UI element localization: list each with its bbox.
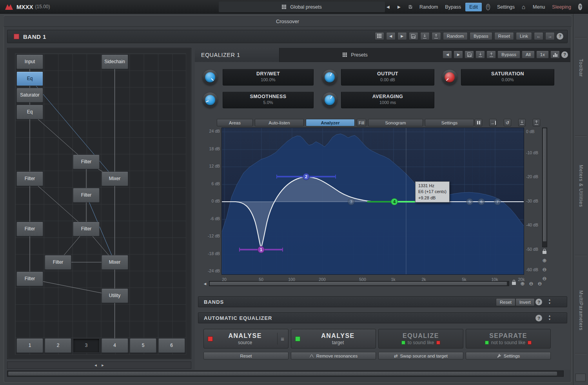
spin-up-icon[interactable]: ▲ bbox=[546, 314, 553, 317]
bypass-button[interactable]: Bypass bbox=[442, 2, 464, 12]
spin-down-icon[interactable]: ▼ bbox=[546, 302, 553, 305]
main-horizontal-scrollbar[interactable] bbox=[7, 370, 564, 377]
eq-bypass-button[interactable]: Bypass bbox=[497, 51, 520, 58]
sidebar-section-toolbar[interactable]: Toolbar bbox=[578, 59, 584, 77]
crossover-tab[interactable]: Crossover bbox=[4, 16, 571, 27]
eq-band-handle-2[interactable]: 2 bbox=[303, 173, 310, 180]
band-color-swatch[interactable] bbox=[14, 34, 19, 39]
eq-zoom-in-h-button[interactable]: ⊕ bbox=[519, 280, 526, 286]
eq-lock-h-button[interactable] bbox=[511, 279, 517, 285]
routing-module-filter-13[interactable]: Filter bbox=[16, 272, 43, 286]
eq-save-button[interactable] bbox=[465, 51, 474, 58]
step-button[interactable]: → bbox=[489, 119, 497, 126]
tab-sonogram[interactable]: Sonogram bbox=[368, 119, 423, 126]
band-help-button[interactable]: ? bbox=[557, 33, 563, 40]
pause-button[interactable] bbox=[475, 119, 482, 126]
routing-module-input-0[interactable]: Input bbox=[16, 55, 43, 69]
edit-button[interactable]: Edit bbox=[465, 3, 482, 11]
eq-band-handle-4[interactable]: 4 bbox=[391, 198, 398, 205]
global-presets-button[interactable]: Global presets bbox=[219, 2, 385, 12]
eq-next-button[interactable]: ▶ bbox=[454, 51, 463, 58]
swap-source-target-button[interactable]: ⇄ Swap source and target bbox=[378, 352, 463, 359]
routing-module-utility-14[interactable]: Utility bbox=[102, 288, 128, 303]
auto-eq-collapse-spinner[interactable]: ▲ ▼ bbox=[546, 314, 553, 321]
averaging-display[interactable]: AVERAGING 1000 ms bbox=[341, 91, 434, 108]
eq-lock-button[interactable] bbox=[541, 248, 548, 254]
routing-module-eq-4[interactable]: Eq bbox=[16, 105, 43, 119]
eq-zoom-in-v-button[interactable]: ⊕ bbox=[541, 257, 548, 263]
sidebar-section-multiparameters[interactable]: MultiParameters bbox=[578, 290, 584, 330]
help-button[interactable]: ? bbox=[575, 2, 585, 12]
warning-button[interactable]: ! bbox=[483, 2, 493, 12]
band-random-button[interactable]: Random bbox=[443, 32, 468, 40]
menu-icon[interactable]: ≡ bbox=[277, 333, 284, 345]
auto-eq-reset-button[interactable]: Reset bbox=[203, 352, 289, 359]
routing-module-mixer-12[interactable]: Mixer bbox=[102, 255, 128, 270]
band-reset-button[interactable]: Reset bbox=[494, 32, 514, 40]
eq-band-handle-7[interactable]: 7 bbox=[494, 198, 501, 205]
auto-eq-settings-button[interactable]: Settings bbox=[466, 352, 551, 359]
smoothness-display[interactable]: SMOOTHNESS 5.0% bbox=[223, 91, 314, 108]
routing-module-filter-10[interactable]: Filter bbox=[73, 222, 100, 236]
sidebar-section-meters-utilities[interactable]: Meters & Utilities bbox=[578, 165, 584, 207]
eq-band-handle-5[interactable]: 5 bbox=[466, 198, 473, 205]
routing-module-filter-9[interactable]: Filter bbox=[16, 222, 43, 236]
band-link-button[interactable]: Link bbox=[516, 32, 532, 40]
routing-module-sidechain-1[interactable]: Sidechain bbox=[102, 55, 128, 69]
dry-wet-display[interactable]: DRY/WET 100.0% bbox=[223, 69, 314, 86]
output-display[interactable]: OUTPUT 0.00 dB bbox=[341, 69, 434, 86]
auto-eq-help-button[interactable]: ? bbox=[535, 315, 542, 321]
next-preset-button[interactable]: ▶ bbox=[395, 2, 404, 12]
spin-down-icon[interactable]: ▼ bbox=[546, 318, 553, 321]
home-button[interactable]: ⌂ bbox=[519, 2, 528, 12]
equalize-button[interactable]: EQUALIZE to sound like bbox=[378, 329, 463, 349]
prev-preset-button[interactable]: ◀ bbox=[384, 2, 393, 12]
tab-settings[interactable]: Settings bbox=[425, 119, 474, 126]
eq-band-handle-1[interactable]: 1 bbox=[258, 246, 265, 253]
routing-slot-5[interactable]: 5 bbox=[130, 338, 156, 353]
routing-slot-4[interactable]: 4 bbox=[102, 338, 128, 353]
eq-band-handle-3[interactable]: 3 bbox=[348, 198, 355, 205]
routing-module-saturator-3[interactable]: Saturator bbox=[16, 88, 43, 102]
band-export-button[interactable] bbox=[432, 32, 441, 40]
bands-collapse-spinner[interactable]: ▲ ▼ bbox=[546, 298, 553, 305]
band-next-button[interactable]: ▶ bbox=[397, 32, 407, 40]
band-presets-button[interactable] bbox=[375, 32, 384, 40]
menu-button[interactable]: Menu bbox=[530, 2, 548, 12]
bands-invert-button[interactable]: Invert bbox=[515, 298, 535, 306]
routing-slot-6[interactable]: 6 bbox=[158, 338, 185, 353]
bands-reset-button[interactable]: Reset bbox=[496, 298, 515, 306]
band-save-button[interactable] bbox=[409, 32, 418, 40]
analyse-source-button[interactable]: ANALYSE source ≡ bbox=[203, 329, 289, 349]
eq-help-button[interactable]: ? bbox=[561, 51, 568, 58]
routing-scrollbar[interactable]: ◂ ▸ bbox=[7, 361, 191, 369]
eq-horizontal-scrollbar[interactable] bbox=[209, 281, 509, 286]
eq-vertical-scrollbar[interactable] bbox=[542, 128, 547, 247]
eq-plot[interactable]: 1331 Hz E6 (+17 cents) +9.28 dB 1234567 bbox=[221, 128, 524, 275]
routing-grid[interactable]: InputSidechainEqSaturatorEqFilterFilterM… bbox=[15, 53, 186, 355]
routing-module-filter-6[interactable]: Filter bbox=[16, 172, 43, 186]
eq-prev-button[interactable]: ◀ bbox=[443, 51, 452, 58]
tab-areas[interactable]: Areas bbox=[217, 119, 253, 126]
tab-analyzer[interactable]: Analyzer bbox=[306, 119, 355, 126]
tab-fill[interactable]: Fill bbox=[357, 119, 366, 126]
tab-auto-listen[interactable]: Auto-listen bbox=[255, 119, 304, 126]
eq-analysis-view-button[interactable] bbox=[550, 51, 560, 58]
bands-help-button[interactable]: ? bbox=[535, 299, 542, 305]
band-forward-button[interactable]: → bbox=[545, 32, 555, 40]
eq-import-button[interactable] bbox=[475, 51, 485, 58]
saturation-knob[interactable] bbox=[442, 70, 457, 85]
scroll-right-icon[interactable]: ▸ bbox=[100, 362, 106, 368]
scroll-left-icon[interactable]: ◂ bbox=[93, 362, 99, 368]
remove-resonances-button[interactable]: Remove resonances bbox=[291, 352, 376, 359]
scrollbar-thumb[interactable] bbox=[8, 372, 557, 376]
eq-zoom-out-v-button[interactable]: ⊖ bbox=[541, 266, 548, 272]
eq-zoom-out-h-button[interactable]: ⊖ bbox=[528, 280, 534, 286]
eq-export-button[interactable] bbox=[486, 51, 496, 58]
undo-button[interactable]: ↺ bbox=[504, 119, 511, 126]
separate-button[interactable]: SEPARATE not to sound like bbox=[466, 329, 551, 349]
routing-module-filter-8[interactable]: Filter bbox=[73, 188, 100, 203]
output-knob[interactable] bbox=[322, 70, 337, 85]
routing-module-eq-2[interactable]: Eq bbox=[16, 71, 43, 86]
routing-module-mixer-7[interactable]: Mixer bbox=[102, 172, 128, 186]
